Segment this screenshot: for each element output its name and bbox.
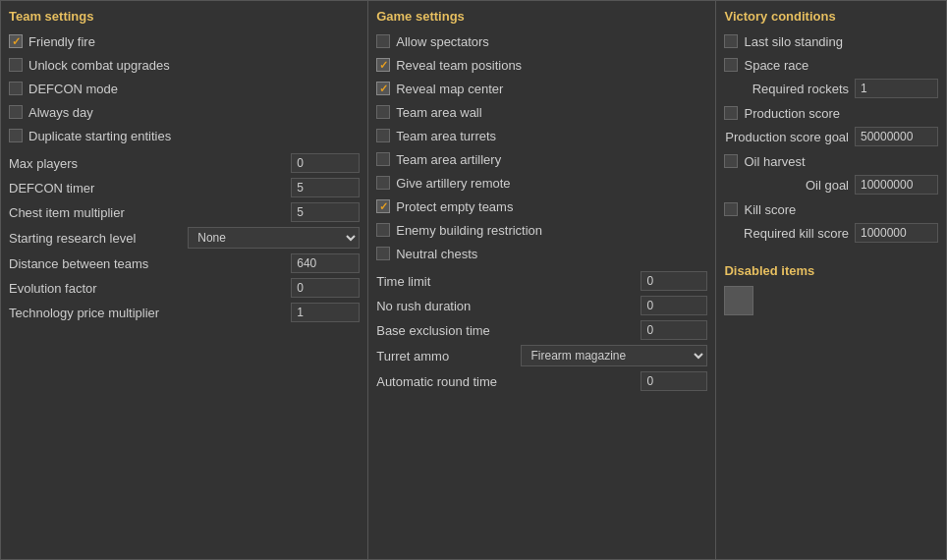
auto-round-row: Automatic round time <box>376 371 707 391</box>
defcon-timer-label: DEFCON timer <box>9 181 291 196</box>
team-wall-checkbox[interactable] <box>376 105 390 119</box>
neutral-chests-checkbox[interactable] <box>376 247 390 260</box>
turret-ammo-row: Turret ammo Firearm magazine Piercing ro… <box>376 345 707 366</box>
production-goal-label: Production score goal <box>725 130 849 144</box>
kill-score-required-label: Required kill score <box>744 226 849 241</box>
unlock-combat-row: Unlock combat upgrades <box>9 55 360 75</box>
space-race-row: Space race <box>724 55 938 75</box>
turret-ammo-dropdown[interactable]: Firearm magazine Piercing rounds magazin… <box>521 345 707 366</box>
protect-empty-checkbox[interactable] <box>376 199 390 213</box>
kill-score-label: Kill score <box>744 202 796 217</box>
tech-price-row: Technology price multiplier <box>9 303 360 322</box>
no-rush-row: No rush duration <box>376 296 707 315</box>
last-silo-label: Last silo standing <box>744 34 842 49</box>
base-exclusion-input[interactable] <box>641 320 707 340</box>
distance-teams-row: Distance between teams <box>9 253 360 273</box>
game-settings-title: Game settings <box>376 9 707 24</box>
friendly-fire-row: Friendly fire <box>9 31 360 51</box>
reveal-team-row: Reveal team positions <box>376 55 707 75</box>
evolution-factor-input[interactable] <box>291 278 360 298</box>
evolution-factor-label: Evolution factor <box>9 281 291 296</box>
oil-goal-input[interactable] <box>855 175 938 195</box>
kill-score-required-row: Required kill score <box>724 223 938 243</box>
oil-goal-label: Oil goal <box>806 178 849 193</box>
friendly-fire-checkbox[interactable] <box>9 34 23 48</box>
base-exclusion-label: Base exclusion time <box>376 323 641 338</box>
duplicate-starting-checkbox[interactable] <box>9 129 23 142</box>
kill-score-required-input[interactable] <box>855 223 938 243</box>
chest-multiplier-row: Chest item multiplier <box>9 202 360 222</box>
enemy-building-checkbox[interactable] <box>376 223 390 237</box>
space-race-label: Space race <box>744 58 808 73</box>
victory-title: Victory conditions <box>724 9 938 24</box>
starting-research-dropdown[interactable]: None Basic Advanced <box>188 227 360 249</box>
protect-empty-label: Protect empty teams <box>396 199 513 214</box>
defcon-mode-checkbox[interactable] <box>9 82 23 95</box>
max-players-row: Max players <box>9 153 360 173</box>
oil-harvest-row: Oil harvest <box>724 151 938 171</box>
game-settings-panel: Game settings Allow spectators Reveal te… <box>368 1 716 559</box>
enemy-building-label: Enemy building restriction <box>396 223 542 238</box>
starting-research-row: Starting research level None Basic Advan… <box>9 227 360 249</box>
distance-teams-input[interactable] <box>291 253 360 273</box>
oil-harvest-label: Oil harvest <box>744 154 805 169</box>
defcon-timer-input[interactable] <box>291 178 360 197</box>
kill-score-row: Kill score <box>724 199 938 219</box>
auto-round-label: Automatic round time <box>376 374 641 389</box>
disabled-items-title: Disabled items <box>724 263 938 278</box>
duplicate-starting-label: Duplicate starting entities <box>28 129 171 143</box>
give-artillery-row: Give artillery remote <box>376 173 707 193</box>
team-wall-row: Team area wall <box>376 102 707 122</box>
give-artillery-label: Give artillery remote <box>396 176 510 191</box>
protect-empty-row: Protect empty teams <box>376 196 707 216</box>
team-artillery-row: Team area artillery <box>376 149 707 169</box>
reveal-map-checkbox[interactable] <box>376 82 390 95</box>
space-race-checkbox[interactable] <box>724 58 738 72</box>
auto-round-input[interactable] <box>641 371 707 391</box>
chest-multiplier-label: Chest item multiplier <box>9 205 291 220</box>
defcon-mode-label: DEFCON mode <box>28 82 118 96</box>
production-goal-input[interactable] <box>855 127 938 146</box>
defcon-timer-row: DEFCON timer <box>9 178 360 197</box>
team-artillery-label: Team area artillery <box>396 152 501 167</box>
chest-multiplier-input[interactable] <box>291 202 360 222</box>
allow-spectators-checkbox[interactable] <box>376 34 390 48</box>
defcon-mode-row: DEFCON mode <box>9 79 360 98</box>
required-rockets-row: Required rockets <box>724 79 938 98</box>
evolution-factor-row: Evolution factor <box>9 278 360 298</box>
production-score-checkbox[interactable] <box>724 106 738 120</box>
unlock-combat-checkbox[interactable] <box>9 58 23 72</box>
give-artillery-checkbox[interactable] <box>376 176 390 190</box>
base-exclusion-row: Base exclusion time <box>376 320 707 340</box>
production-score-label: Production score <box>744 106 840 121</box>
victory-conditions-panel: Victory conditions Last silo standing Sp… <box>716 1 946 559</box>
last-silo-checkbox[interactable] <box>724 34 738 48</box>
max-players-input[interactable] <box>291 153 360 173</box>
team-turrets-label: Team area turrets <box>396 129 496 143</box>
team-wall-label: Team area wall <box>396 105 481 120</box>
time-limit-input[interactable] <box>641 271 707 291</box>
team-settings-panel: Team settings Friendly fire Unlock comba… <box>1 1 368 559</box>
last-silo-row: Last silo standing <box>724 31 938 51</box>
required-rockets-input[interactable] <box>855 79 938 98</box>
always-day-label: Always day <box>28 105 93 120</box>
kill-score-checkbox[interactable] <box>724 202 738 216</box>
oil-harvest-checkbox[interactable] <box>724 154 738 168</box>
enemy-building-row: Enemy building restriction <box>376 220 707 240</box>
duplicate-starting-row: Duplicate starting entities <box>9 126 360 145</box>
tech-price-input[interactable] <box>291 303 360 322</box>
no-rush-label: No rush duration <box>376 299 641 313</box>
always-day-checkbox[interactable] <box>9 105 23 119</box>
no-rush-input[interactable] <box>641 296 707 315</box>
team-settings-title: Team settings <box>9 9 360 24</box>
neutral-chests-row: Neutral chests <box>376 244 707 263</box>
unlock-combat-label: Unlock combat upgrades <box>28 58 170 73</box>
reveal-team-checkbox[interactable] <box>376 58 390 72</box>
team-artillery-checkbox[interactable] <box>376 152 390 166</box>
team-turrets-checkbox[interactable] <box>376 129 390 142</box>
time-limit-row: Time limit <box>376 271 707 291</box>
friendly-fire-label: Friendly fire <box>28 34 95 49</box>
allow-spectators-label: Allow spectators <box>396 34 489 49</box>
oil-goal-row: Oil goal <box>724 175 938 195</box>
required-rockets-label: Required rockets <box>752 82 849 96</box>
